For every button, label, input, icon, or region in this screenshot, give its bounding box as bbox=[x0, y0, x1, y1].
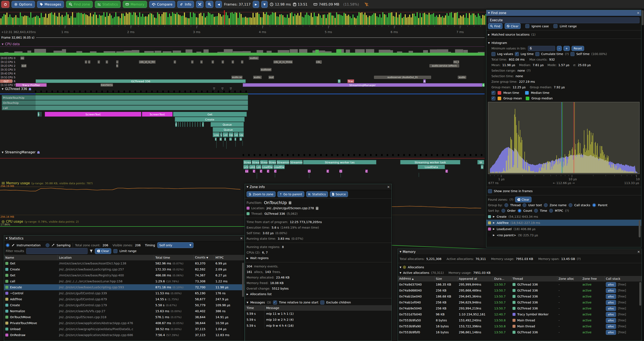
allocation-row[interactable]: 0x74ab1be040 186.68 KB 294,645,364ns 13:… bbox=[398, 293, 642, 299]
mean-median-checkbox[interactable] bbox=[492, 91, 496, 95]
zone-bar[interactable] bbox=[40, 112, 41, 117]
filter-input[interactable] bbox=[26, 248, 88, 254]
statistics-table-row[interactable]: Execute jni/../jni/src/claw/base/LuaScri… bbox=[4, 284, 244, 290]
zone-bar[interactable]: |~ bbox=[229, 138, 232, 141]
group-mean-median-checkbox[interactable] bbox=[492, 96, 496, 100]
increase-button[interactable]: + bbox=[564, 46, 570, 51]
zone-bar[interactable]: PrivateTouchUp bbox=[2, 95, 248, 100]
timing-select[interactable]: Self only▼ bbox=[157, 242, 194, 248]
exclude-children-checkbox[interactable] bbox=[320, 300, 324, 304]
col-counts[interactable]: Counts ▼ bbox=[194, 255, 214, 261]
zone-bar[interactable] bbox=[192, 122, 193, 127]
statistics-table-row[interactable]: ~Control jni/../jni/src/guif/Control.cpp… bbox=[4, 290, 244, 296]
group-by-thread-radio[interactable] bbox=[504, 203, 508, 207]
zone-bar[interactable] bbox=[195, 122, 196, 127]
histogram-plot[interactable] bbox=[488, 102, 640, 174]
limit-range-checkbox[interactable] bbox=[113, 249, 118, 253]
memory-usage-header[interactable]: Memory usage (y-range: 30.88 KB, visible… bbox=[2, 181, 93, 185]
zone-bar[interactable]: Streaming worker task bbox=[400, 160, 460, 164]
zone-bar[interactable]: Streaming worker tas bbox=[303, 160, 376, 164]
zone-bar[interactable]: ScreenText bbox=[142, 112, 172, 117]
zone-bar[interactable]: LoUj bbox=[249, 165, 256, 169]
col-thread[interactable]: Thread bbox=[511, 276, 557, 281]
found-zone-group-row[interactable]: ▶ Create (54,131) 643.34 ms bbox=[486, 213, 641, 220]
zone-bar[interactable]: Ci bbox=[308, 170, 311, 173]
zone-bar[interactable]: Strea bbox=[252, 160, 260, 164]
zone-bar[interactable]: C bbox=[267, 170, 269, 173]
memory-panel-header[interactable]: ▼Memory ✕ bbox=[398, 249, 642, 255]
zone-bar[interactable]: GLThread 336 bbox=[36, 79, 246, 83]
zone-bar[interactable]: S bbox=[38, 112, 40, 117]
cpu-usage-header[interactable]: CPU usage (y-range: 0.78%, visible data … bbox=[2, 220, 79, 223]
zone-bar[interactable]: GLT bbox=[0, 79, 12, 83]
zone-bar[interactable] bbox=[178, 122, 179, 127]
zone-bar[interactable] bbox=[197, 122, 198, 127]
allocation-row[interactable]: 0x74ab9e5040 256 KB 293,994,219ns 13:50.… bbox=[398, 305, 642, 311]
allocation-row[interactable]: 0x74ab1ef040 256 KB 294,629,948ns 13:50.… bbox=[398, 299, 642, 305]
help-icon[interactable]: (?) bbox=[577, 257, 580, 261]
zone-bar[interactable]: ( bbox=[215, 138, 217, 141]
matched-locations-expander[interactable]: ▶Matched source locations(1) bbox=[486, 32, 641, 37]
statistics-panel-header[interactable]: ▼Statistics ✕ bbox=[4, 235, 244, 241]
allocations-section[interactable]: ▼ Allocations bbox=[398, 264, 642, 270]
zone-bar[interactable]: call bbox=[2, 105, 248, 110]
zone-bar[interactable]: Create bbox=[175, 117, 245, 122]
instrumentation-radio[interactable] bbox=[6, 243, 10, 247]
zone-bar[interactable]: C bbox=[365, 170, 368, 173]
zone-bar[interactable]: C bbox=[446, 170, 448, 173]
zone-bar[interactable]: LoU bbox=[256, 165, 261, 169]
active-allocations-section[interactable]: ▼ Active allocations (70,311) Memory usa… bbox=[398, 270, 642, 275]
alloc-zone-link[interactable]: alloc bbox=[606, 294, 616, 299]
statistics-table-row[interactable]: PrivateTouchMove jni/../jni/src/claw/app… bbox=[4, 320, 244, 326]
zone-bar[interactable]: Up bbox=[229, 132, 233, 137]
close-icon[interactable]: ✕ bbox=[637, 11, 640, 15]
sort-by-mtpc-radio[interactable] bbox=[549, 209, 553, 213]
sort-by-count-radio[interactable] bbox=[518, 209, 522, 213]
allocation-row[interactable]: 0x74a9d37040 186.35 KB 295,999,844ns 13:… bbox=[398, 281, 642, 287]
col-appeared-at[interactable]: Appeared at bbox=[458, 276, 493, 281]
col-mtpc[interactable]: MTPC bbox=[214, 255, 244, 260]
found-zone-group-row[interactable]: ▶ LoadLevel (18) 406.88 µs bbox=[486, 226, 641, 232]
zone-bar[interactable]: LoadDaU bbox=[262, 165, 273, 169]
show-zone-time-checkbox[interactable] bbox=[488, 189, 492, 193]
clipboard-icon[interactable] bbox=[316, 206, 318, 210]
statistics-table-row[interactable]: call jni/../jni/../../../src/claw/base/L… bbox=[4, 278, 244, 284]
statistics-table-row[interactable]: AddTree jni/../jni/src/guif/Control.cpp:… bbox=[4, 296, 244, 302]
alloc-zone-link[interactable]: alloc bbox=[606, 312, 616, 317]
statistics-table-row[interactable]: Create jni/../jni/src/guif/Control.cpp:1… bbox=[4, 302, 244, 308]
zone-bar[interactable]: C bbox=[253, 170, 255, 173]
zone-bar[interactable]: Strea bbox=[260, 160, 268, 164]
log-time-checkbox[interactable] bbox=[515, 52, 519, 56]
zone-bar[interactable]: Queue bbox=[213, 127, 244, 132]
scrollbar-thumb[interactable] bbox=[639, 282, 641, 306]
message-row[interactable]: 5.59 s mip 9 w 4 h 4 (16) bbox=[245, 323, 392, 329]
statistics-table-row[interactable]: Unload jni/../jni/src/claw/graphics/pixe… bbox=[4, 326, 244, 332]
zone-bar[interactable]: A bbox=[423, 79, 426, 83]
scrollbar-thumb[interactable] bbox=[639, 220, 640, 237]
alloc-zone-link[interactable]: alloc bbox=[606, 288, 616, 293]
zone-bar[interactable] bbox=[190, 122, 190, 127]
zone-bar[interactable]: C bbox=[260, 170, 262, 173]
col-message[interactable]: Message bbox=[264, 305, 392, 311]
zone-bar[interactable]: U bbox=[481, 165, 484, 169]
statistics-table-row[interactable]: Create jni/../jni/src/claw/base/LuaScrip… bbox=[4, 266, 244, 272]
statistics-table-row[interactable]: OnTouchMove jni/../jni/src/guif/Screen.c… bbox=[4, 314, 244, 320]
zone-bar[interactable] bbox=[184, 122, 185, 127]
thread-name[interactable]: GLThread 336 bbox=[264, 212, 285, 215]
zone-bar[interactable] bbox=[180, 122, 181, 127]
statistics-table-row[interactable]: OnRedraw jni/../jni/src/claw/application… bbox=[4, 332, 244, 338]
help-icon[interactable]: (?) bbox=[510, 198, 513, 201]
clipboard-icon[interactable] bbox=[288, 201, 292, 204]
allocations-list-expander[interactable]: ▶Allocations list bbox=[245, 291, 392, 297]
col-location[interactable]: Location bbox=[58, 255, 154, 260]
filter-clear-button[interactable]: Clear bbox=[95, 248, 111, 254]
zone-bar[interactable]: LoadDaU bbox=[274, 165, 285, 169]
time-relative-checkbox[interactable] bbox=[273, 300, 277, 304]
scrollbar-thumb[interactable] bbox=[242, 263, 244, 297]
close-icon[interactable]: ✕ bbox=[240, 236, 243, 240]
self-time-checkbox[interactable] bbox=[570, 52, 574, 56]
message-row[interactable]: 5.59 s mip 11 w 1 h 1 (1) bbox=[245, 311, 392, 317]
found-clear-button[interactable]: Clear bbox=[515, 197, 532, 202]
help-icon[interactable]: (?) bbox=[565, 52, 569, 56]
zone-bar[interactable]: Strea bbox=[268, 160, 276, 164]
